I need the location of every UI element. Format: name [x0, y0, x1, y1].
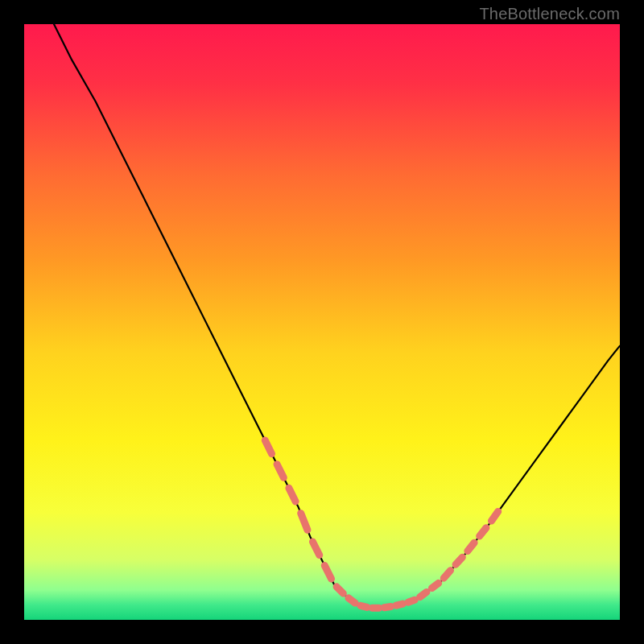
bottleneck-curve	[54, 24, 620, 608]
marker-dash	[431, 583, 438, 588]
marker-dash	[301, 514, 308, 530]
marker-dash	[408, 600, 415, 602]
marker-dash	[444, 571, 450, 579]
marker-dash	[361, 605, 367, 607]
plot-area	[24, 24, 620, 620]
marker-dash	[289, 488, 295, 502]
highlight-markers	[265, 440, 497, 608]
marker-dash	[349, 598, 355, 603]
marker-dash	[491, 511, 497, 521]
chart-frame: TheBottleneck.com	[0, 0, 644, 644]
marker-dash	[277, 464, 283, 478]
marker-dash	[468, 543, 474, 551]
marker-dash	[265, 440, 271, 454]
marker-dash	[384, 606, 390, 607]
marker-dash	[312, 542, 319, 555]
marker-dash	[420, 592, 427, 597]
marker-dash	[396, 604, 402, 605]
curve-layer	[24, 24, 620, 620]
marker-dash	[456, 557, 462, 564]
marker-dash	[336, 587, 343, 593]
marker-dash	[480, 528, 486, 536]
watermark-text: TheBottleneck.com	[479, 5, 620, 23]
marker-dash	[324, 566, 331, 580]
